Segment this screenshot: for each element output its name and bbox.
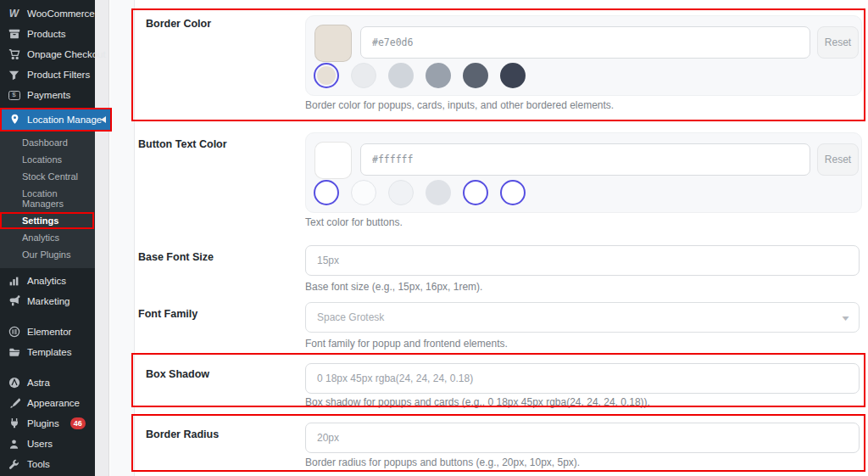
sidebar-item-astra[interactable]: Astra (0, 372, 95, 393)
base-font-size-label: Base Font Size (138, 251, 214, 263)
content-gutter (110, 0, 135, 476)
border-radius-input[interactable] (305, 423, 860, 453)
border-color-description: Border color for popups, cards, inputs, … (305, 99, 614, 111)
sidebar-item-label: Marketing (27, 296, 70, 306)
color-preset-swatch[interactable] (388, 180, 414, 205)
border-color-input[interactable] (360, 26, 810, 59)
border-color-presets (314, 63, 526, 88)
color-preset-swatch[interactable] (426, 63, 451, 88)
sidebar-item-label: Appearance (27, 398, 80, 408)
border-radius-label: Border Radius (146, 428, 219, 440)
sidebar-item-woocommerce[interactable]: W WooCommerce (0, 3, 95, 24)
sidebar-item-marketing[interactable]: Marketing (0, 291, 95, 311)
payments-icon: $ (8, 89, 20, 102)
sidebar-item-location-managers[interactable]: Location Managers (0, 185, 95, 212)
products-icon (8, 28, 20, 41)
base-font-size-description: Base font size (e.g., 15px, 16px, 1rem). (305, 281, 482, 293)
chevron-left-icon (101, 116, 106, 123)
sidebar-item-stock-central[interactable]: Stock Central (0, 168, 95, 185)
sidebar-item-settings-submenu[interactable]: Settings (0, 212, 94, 229)
border-radius-description: Border radius for popups and buttons (e.… (305, 456, 580, 468)
sidebar-item-analytics[interactable]: Analytics (0, 271, 95, 291)
page-scrollbar[interactable] (95, 0, 109, 476)
sidebar-item-onpage-checkout[interactable]: Onpage Checkout (0, 44, 95, 64)
sidebar-item-label: Tools (27, 459, 50, 469)
chevron-down-icon: ▾ (842, 313, 849, 322)
sidebar-item-payments[interactable]: $ Payments (0, 85, 95, 105)
color-preset-swatch[interactable] (426, 180, 451, 205)
sidebar-item-product-filters[interactable]: Product Filters (0, 64, 95, 85)
button-text-color-reset-button[interactable]: Reset (817, 143, 859, 176)
sidebar-item-label: Products (27, 29, 65, 39)
sidebar-item-label: Product Filters (27, 70, 90, 80)
sidebar-item-label: Elementor (27, 327, 71, 337)
sidebar-item-label: Payments (27, 90, 70, 100)
button-text-color-preview-swatch[interactable] (314, 142, 352, 179)
box-shadow-description: Box shadow for popups and cards (e.g., 0… (305, 396, 650, 408)
sidebar-item-appearance[interactable]: Appearance (0, 393, 95, 413)
color-preset-swatch[interactable] (463, 63, 488, 88)
border-color-preview-swatch[interactable] (314, 25, 352, 62)
font-family-select[interactable]: Space Grotesk ▾ (305, 302, 860, 333)
font-family-description: Font family for popup and frontend eleme… (305, 338, 508, 350)
color-preset-swatch[interactable] (500, 180, 526, 205)
sidebar-item-dashboard[interactable]: Dashboard (0, 134, 95, 151)
wrench-icon (8, 458, 20, 471)
sidebar-item-label: Users (27, 439, 53, 449)
sidebar-item-elementor[interactable]: Elementor (0, 322, 95, 342)
wordpress-admin-page: W WooCommerce Products Onpage Checkout P… (0, 0, 868, 476)
brush-icon (8, 397, 20, 410)
annotation-box-location-manager: Location Manage (0, 108, 112, 132)
astra-icon (8, 377, 20, 389)
megaphone-icon (8, 295, 20, 308)
sidebar-item-locations[interactable]: Locations (0, 151, 95, 168)
sidebar-item-label: Templates (27, 347, 71, 357)
sidebar-item-analytics-submenu[interactable]: Analytics (0, 229, 95, 246)
button-text-color-label: Button Text Color (138, 138, 227, 150)
admin-sidebar: W WooCommerce Products Onpage Checkout P… (0, 0, 95, 476)
button-text-color-description: Text color for buttons. (305, 216, 403, 228)
border-color-label: Border Color (146, 18, 211, 30)
box-shadow-input[interactable] (305, 363, 860, 394)
sidebar-item-label: Location Manage (27, 115, 102, 125)
color-preset-swatch[interactable] (463, 180, 488, 205)
sidebar-item-users[interactable]: Users (0, 434, 95, 454)
elementor-icon (8, 326, 20, 339)
bar-chart-icon (8, 275, 20, 288)
button-text-color-presets (314, 180, 526, 205)
plugins-count-badge: 46 (70, 417, 86, 429)
sidebar-item-templates[interactable]: Templates (0, 342, 95, 362)
color-preset-swatch[interactable] (314, 63, 339, 88)
cart-icon (8, 48, 20, 61)
color-preset-swatch[interactable] (500, 63, 526, 88)
sidebar-item-label: Plugins (27, 418, 59, 428)
font-family-label: Font Family (138, 308, 198, 320)
folder-icon (8, 346, 20, 359)
sidebar-item-location-manager[interactable]: Location Manage (2, 109, 110, 130)
button-text-color-input[interactable] (360, 143, 810, 176)
sidebar-item-plugins[interactable]: Plugins 46 (0, 413, 95, 434)
box-shadow-label: Box Shadow (146, 368, 209, 380)
color-preset-swatch[interactable] (314, 180, 339, 205)
filter-icon (8, 69, 20, 81)
sidebar-item-label: WooCommerce (27, 8, 95, 19)
location-manager-submenu: Dashboard Locations Stock Central Locati… (0, 132, 95, 268)
sidebar-item-label: Analytics (27, 276, 66, 286)
border-color-reset-button[interactable]: Reset (817, 26, 859, 59)
woocommerce-icon: W (8, 8, 20, 20)
sidebar-item-label: Onpage Checkout (27, 49, 106, 59)
plug-icon (8, 417, 20, 430)
user-icon (8, 438, 20, 451)
sidebar-item-our-plugins[interactable]: Our Plugins (0, 246, 95, 263)
base-font-size-input[interactable] (305, 245, 860, 276)
color-preset-swatch[interactable] (351, 180, 376, 205)
sidebar-item-products[interactable]: Products (0, 24, 95, 44)
location-pin-icon (9, 114, 20, 126)
color-preset-swatch[interactable] (351, 63, 376, 88)
color-preset-swatch[interactable] (388, 63, 414, 88)
sidebar-item-label: Astra (27, 378, 50, 388)
font-family-selected-value: Space Grotesk (317, 311, 384, 323)
sidebar-item-tools[interactable]: Tools (0, 454, 95, 474)
